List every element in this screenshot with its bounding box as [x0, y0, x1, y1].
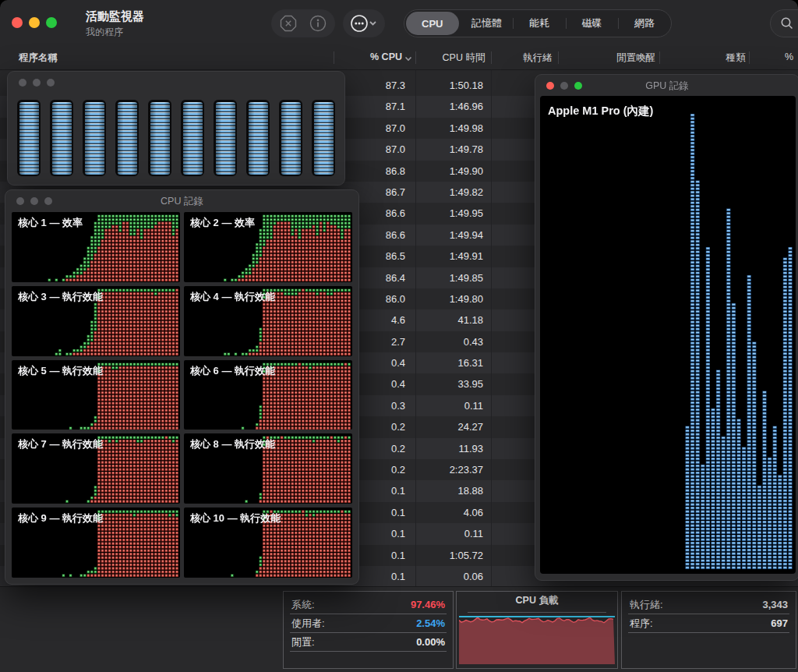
x-octagon-icon [280, 15, 297, 32]
stat-idle: 閒置: 0.00% [290, 633, 447, 652]
col-idle-wakeups[interactable]: 閒置喚醒 [597, 51, 675, 65]
cpu-gauges-window[interactable] [7, 71, 345, 186]
page-subtitle: 我的程序 [86, 26, 123, 39]
more-options-button[interactable] [348, 10, 380, 37]
stat-system: 系統: 97.46% [290, 596, 447, 614]
core-load-gauge [181, 100, 204, 176]
tab-disk[interactable]: 磁碟 [566, 10, 619, 37]
core-history-panel: 核心 3 — 執行效能 [12, 286, 180, 356]
col-kind[interactable]: 種類 [704, 51, 767, 65]
tab-memory[interactable]: 記憶體 [461, 10, 514, 37]
core-load-gauge [83, 100, 106, 176]
stat-idle-value: 0.00% [416, 636, 445, 648]
core-label: 核心 10 — 執行效能 [190, 511, 281, 525]
search-icon [780, 16, 794, 30]
col-pct-cpu[interactable]: % CPU [335, 51, 402, 62]
close-button [19, 79, 26, 87]
cpu-time-value: 16.31 [405, 352, 483, 373]
stat-threads: 執行緒: 3,343 [628, 596, 789, 614]
cpu-time-value: 1:49.91 [405, 246, 483, 267]
cpu-history-title: CPU 記錄 [5, 190, 358, 212]
col-threads[interactable]: 執行緒 [503, 51, 573, 65]
core-load-gauge [246, 100, 270, 176]
cpu-load-title: CPU 負載 [457, 592, 617, 609]
sort-chevron-down-icon [404, 56, 412, 62]
footer-stats-panel: 系統: 97.46% 使用者: 2.54% 閒置: 0.00% CPU 負載 [0, 586, 798, 672]
cpu-load-chart [459, 614, 615, 664]
cpu-time-value: 41.18 [405, 309, 483, 331]
core-label: 核心 9 — 執行效能 [18, 511, 103, 525]
cpu-time-value: 2:23.37 [405, 459, 483, 480]
cpu-time-value: 1:49.82 [405, 182, 483, 203]
screen: 活動監視器 我的程序 [0, 0, 798, 672]
stat-system-value: 97.46% [411, 599, 445, 610]
cpu-time-value: 1:05.72 [405, 545, 483, 566]
core-history-panel: 核心 7 — 執行效能 [12, 433, 180, 504]
minimize-button [560, 82, 568, 90]
minimize-button [33, 79, 41, 87]
cpu-load-box: CPU 負載 [456, 591, 618, 669]
quit-process-button[interactable] [275, 10, 302, 37]
core-history-grid: 核心 1 — 效率核心 2 — 效率核心 3 — 執行效能核心 4 — 執行效能… [12, 212, 352, 578]
window-controls[interactable] [16, 197, 52, 205]
page-title: 活動監視器 [86, 9, 144, 24]
chevron-down-icon [370, 22, 376, 25]
table-header: 程序名稱 % CPU CPU 時間 執行緒 閒置喚醒 種類 % [0, 45, 798, 70]
core-history-panel: 核心 2 — 效率 [184, 212, 352, 282]
close-button [546, 82, 554, 90]
core-load-gauge [17, 100, 41, 176]
cpu-time-value: 1:49.78 [405, 139, 483, 160]
cpu-history-window[interactable]: CPU 記錄 核心 1 — 效率核心 2 — 效率核心 3 — 執行效能核心 4… [5, 189, 359, 585]
core-load-gauge [115, 100, 139, 176]
view-tabs: CPU 記憶體 能耗 磁碟 網路 [404, 9, 672, 37]
stat-system-label: 系統: [291, 598, 315, 612]
cpu-time-value: 1:49.98 [405, 118, 483, 139]
stat-user-label: 使用者: [291, 617, 325, 631]
core-history-panel: 核心 5 — 執行效能 [12, 360, 180, 430]
tab-network[interactable]: 網路 [618, 10, 671, 37]
window-controls[interactable] [19, 79, 55, 87]
gpu-history-chart [540, 96, 796, 574]
tab-cpu[interactable]: CPU [406, 12, 459, 35]
core-label: 核心 8 — 執行效能 [190, 437, 275, 451]
core-label: 核心 6 — 執行效能 [190, 364, 275, 378]
gpu-history-window[interactable]: GPU 記錄 Apple M1 Pro (內建) [535, 74, 798, 581]
search-button[interactable] [770, 9, 798, 37]
cpu-time-value: 18.88 [405, 480, 483, 501]
col-pct-gpu[interactable]: % [779, 51, 793, 62]
stat-user: 使用者: 2.54% [290, 614, 447, 633]
minimize-button[interactable] [29, 17, 40, 28]
info-icon [309, 15, 327, 32]
core-label: 核心 7 — 執行效能 [18, 437, 103, 451]
close-button[interactable] [12, 17, 23, 28]
core-history-panel: 核心 10 — 執行效能 [184, 508, 352, 578]
inspect-process-button[interactable] [305, 10, 331, 37]
core-history-panel: 核心 6 — 執行效能 [184, 360, 352, 430]
core-label: 核心 5 — 執行效能 [18, 364, 103, 378]
zoom-button[interactable] [46, 17, 57, 28]
cpu-time-value: 24.27 [405, 416, 483, 437]
cpu-time-value: 0.06 [405, 566, 483, 587]
col-process-name[interactable]: 程序名稱 [19, 51, 58, 65]
cpu-time-value: 1:49.90 [405, 161, 483, 182]
cpu-time-value: 0.43 [405, 331, 483, 352]
process-action-group [271, 9, 335, 37]
core-history-panel: 核心 8 — 執行效能 [184, 433, 352, 504]
core-load-gauge [312, 100, 335, 176]
tab-energy[interactable]: 能耗 [513, 10, 566, 37]
cpu-time-value: 33.95 [405, 373, 483, 394]
core-gauge-row [17, 100, 335, 177]
cpu-time-value: 1:50.18 [405, 75, 483, 96]
threads-processes-box: 執行緒: 3,343 程序: 697 [621, 591, 796, 669]
core-load-gauge [50, 100, 73, 176]
stat-idle-label: 閒置: [291, 635, 315, 649]
window-controls[interactable] [546, 82, 582, 90]
core-load-gauge [214, 100, 237, 176]
cpu-time-value: 1:49.95 [405, 203, 483, 224]
cpu-time-value: 0.11 [405, 523, 483, 544]
cpu-time-value: 1:46.96 [405, 96, 483, 117]
core-load-gauge [279, 100, 302, 176]
cpu-time-value: 11.93 [405, 438, 483, 459]
stat-processes-value: 697 [771, 617, 788, 629]
cpu-time-value: 1:49.85 [405, 267, 483, 288]
